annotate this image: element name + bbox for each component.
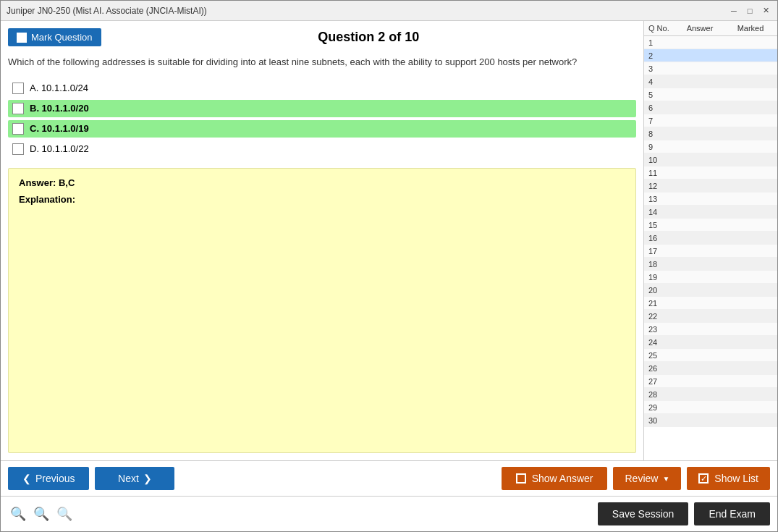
previous-button[interactable]: Previous bbox=[8, 467, 89, 490]
table-row[interactable]: 25 bbox=[644, 349, 777, 362]
table-row[interactable]: 1 bbox=[644, 36, 777, 49]
table-row[interactable]: 11 bbox=[644, 166, 777, 180]
q-number: 4 bbox=[646, 77, 675, 86]
q-number: 15 bbox=[646, 221, 675, 229]
q-number: 25 bbox=[646, 351, 675, 360]
mark-question-button[interactable]: Mark Question bbox=[8, 28, 101, 46]
q-number: 11 bbox=[646, 169, 675, 177]
table-row[interactable]: 21 bbox=[644, 297, 777, 310]
left-panel: Mark Question Question 2 of 10 Which of … bbox=[1, 21, 643, 460]
table-row[interactable]: 10 bbox=[644, 153, 777, 166]
col-answer: Answer bbox=[675, 24, 725, 33]
table-row[interactable]: 26 bbox=[644, 362, 777, 375]
review-button[interactable]: Review ▼ bbox=[613, 467, 681, 490]
table-row[interactable]: 30 bbox=[644, 414, 777, 427]
option-b-checkbox[interactable] bbox=[12, 103, 24, 114]
table-row[interactable]: 27 bbox=[644, 375, 777, 388]
question-text: Which of the following addresses is suit… bbox=[8, 55, 636, 69]
option-c-checkbox[interactable] bbox=[12, 123, 24, 135]
table-row[interactable]: 9 bbox=[644, 140, 777, 153]
next-label: Next bbox=[118, 473, 139, 484]
table-row[interactable]: 17 bbox=[644, 245, 777, 258]
q-number: 3 bbox=[646, 64, 675, 73]
zoom-fit-button[interactable]: 🔍 bbox=[31, 504, 51, 524]
bottom-bar: Previous Next Show Answer Review ▼ Show … bbox=[1, 460, 777, 496]
show-answer-button[interactable]: Show Answer bbox=[502, 467, 608, 490]
table-row[interactable]: 16 bbox=[644, 232, 777, 245]
option-a-checkbox[interactable] bbox=[12, 83, 24, 94]
option-b-label: B. 10.1.1.0/20 bbox=[30, 103, 89, 114]
next-button[interactable]: Next bbox=[95, 467, 174, 490]
q-number: 19 bbox=[646, 273, 675, 282]
main-content: Mark Question Question 2 of 10 Which of … bbox=[1, 21, 777, 460]
table-row[interactable]: 23 bbox=[644, 323, 777, 336]
q-number: 30 bbox=[646, 416, 675, 425]
right-panel-header: Q No. Answer Marked bbox=[644, 21, 777, 36]
table-row[interactable]: 29 bbox=[644, 401, 777, 414]
q-number: 29 bbox=[646, 403, 675, 412]
window-title: Juniper JN0-250 (Mist AI. Associate (JNC… bbox=[7, 6, 207, 16]
option-a-label: A. 10.1.1.0/24 bbox=[30, 83, 88, 93]
options-area: A. 10.1.1.0/24 B. 10.1.1.0/20 C. 10.1.1.… bbox=[8, 80, 636, 158]
option-b-row[interactable]: B. 10.1.1.0/20 bbox=[8, 100, 636, 117]
show-list-checkbox-icon bbox=[698, 473, 709, 484]
table-row[interactable]: 5 bbox=[644, 88, 777, 101]
show-list-button[interactable]: Show List bbox=[687, 467, 770, 490]
table-row[interactable]: 4 bbox=[644, 75, 777, 88]
col-marked: Marked bbox=[725, 24, 776, 33]
main-window: Juniper JN0-250 (Mist AI. Associate (JNC… bbox=[0, 0, 778, 532]
table-row[interactable]: 18 bbox=[644, 258, 777, 271]
table-row[interactable]: 24 bbox=[644, 336, 777, 349]
q-number: 22 bbox=[646, 312, 675, 321]
q-number: 16 bbox=[646, 234, 675, 242]
table-row[interactable]: 7 bbox=[644, 114, 777, 127]
table-row[interactable]: 14 bbox=[644, 206, 777, 219]
question-title: Question 2 of 10 bbox=[101, 30, 636, 45]
q-number: 18 bbox=[646, 260, 675, 269]
table-row[interactable]: 8 bbox=[644, 127, 777, 140]
table-row[interactable]: 2 bbox=[644, 49, 777, 62]
question-list[interactable]: 1 2 3 4 5 6 7 8 bbox=[644, 36, 777, 460]
zoom-out-button[interactable]: 🔍 bbox=[54, 504, 75, 524]
q-number: 14 bbox=[646, 208, 675, 216]
table-row[interactable]: 15 bbox=[644, 219, 777, 232]
save-session-label: Save Session bbox=[612, 508, 675, 520]
q-number: 8 bbox=[646, 130, 675, 138]
save-session-button[interactable]: Save Session bbox=[598, 502, 689, 525]
q-number: 13 bbox=[646, 195, 675, 203]
table-row[interactable]: 19 bbox=[644, 271, 777, 284]
q-number: 23 bbox=[646, 325, 675, 334]
q-number: 21 bbox=[646, 299, 675, 308]
option-c-row[interactable]: C. 10.1.1.0/19 bbox=[8, 120, 636, 138]
q-number: 26 bbox=[646, 364, 675, 373]
close-button[interactable]: ✕ bbox=[760, 5, 771, 17]
table-row[interactable]: 22 bbox=[644, 310, 777, 323]
zoom-in-button[interactable]: 🔍 bbox=[8, 504, 28, 524]
title-bar: Juniper JN0-250 (Mist AI. Associate (JNC… bbox=[1, 1, 777, 21]
table-row[interactable]: 13 bbox=[644, 193, 777, 206]
q-number: 20 bbox=[646, 286, 675, 295]
explanation-text: Explanation: bbox=[19, 194, 625, 205]
table-row[interactable]: 20 bbox=[644, 284, 777, 297]
table-row[interactable]: 3 bbox=[644, 62, 777, 75]
q-number: 24 bbox=[646, 338, 675, 347]
table-row[interactable]: 28 bbox=[644, 388, 777, 401]
show-answer-label: Show Answer bbox=[532, 473, 593, 484]
minimize-button[interactable]: ─ bbox=[728, 5, 740, 17]
end-exam-button[interactable]: End Exam bbox=[694, 502, 770, 525]
table-row[interactable]: 12 bbox=[644, 180, 777, 193]
review-label: Review bbox=[625, 473, 658, 484]
maximize-button[interactable]: □ bbox=[744, 5, 756, 17]
q-number: 5 bbox=[646, 90, 675, 99]
option-c-label: C. 10.1.1.0/19 bbox=[30, 123, 89, 134]
q-number: 27 bbox=[646, 377, 675, 386]
option-a-row[interactable]: A. 10.1.1.0/24 bbox=[8, 80, 636, 97]
top-bar: Mark Question Question 2 of 10 bbox=[8, 28, 636, 46]
end-exam-label: End Exam bbox=[709, 508, 756, 520]
option-d-checkbox[interactable] bbox=[12, 143, 24, 155]
col-qno: Q No. bbox=[646, 24, 675, 33]
zoom-controls: 🔍 🔍 🔍 bbox=[8, 504, 75, 524]
table-row[interactable]: 6 bbox=[644, 101, 777, 114]
option-d-row[interactable]: D. 10.1.1.0/22 bbox=[8, 140, 636, 158]
right-panel-body: 1 2 3 4 5 6 7 8 bbox=[644, 36, 777, 460]
